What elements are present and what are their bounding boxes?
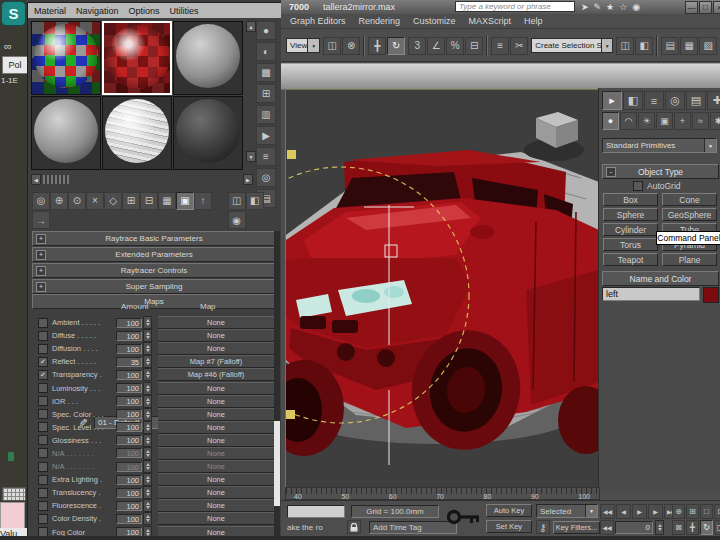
amount-spinner[interactable] bbox=[143, 512, 152, 525]
map-slot-button[interactable]: None bbox=[158, 460, 274, 473]
show-end-result-icon[interactable]: ▣ bbox=[176, 192, 194, 210]
search-go-icon[interactable]: ➤ bbox=[581, 2, 589, 12]
category-helpers[interactable]: + bbox=[674, 112, 691, 130]
expand-icon[interactable]: + bbox=[36, 282, 46, 292]
map-enable-checkbox[interactable]: ✓ bbox=[38, 357, 48, 367]
add-time-tag[interactable]: Add Time Tag bbox=[369, 521, 457, 534]
map-amount-field[interactable]: 100 bbox=[116, 488, 142, 498]
edit-named-selections-icon[interactable]: ≡ bbox=[491, 37, 509, 55]
zoom-all-icon[interactable]: ⊞ bbox=[686, 504, 699, 519]
reference-coordinate-dropdown[interactable]: View ▼ bbox=[286, 38, 320, 53]
map-amount-field[interactable]: 100 bbox=[116, 383, 142, 393]
map-amount-field[interactable]: 100 bbox=[116, 475, 142, 485]
map-slot-button[interactable]: None bbox=[158, 408, 274, 421]
go-to-parent-icon[interactable]: ↑ bbox=[194, 192, 212, 210]
map-enable-checkbox[interactable] bbox=[38, 435, 48, 445]
palette-drag-handle[interactable] bbox=[43, 175, 69, 184]
key-filters-button[interactable]: Key Filters... bbox=[553, 521, 600, 534]
map-amount-field[interactable]: 100 bbox=[116, 501, 142, 511]
map-enable-checkbox[interactable] bbox=[38, 448, 48, 458]
map-amount-field[interactable]: 100 bbox=[116, 435, 142, 445]
perspective-viewport[interactable] bbox=[285, 89, 600, 489]
map-slot-button[interactable]: None bbox=[158, 473, 274, 486]
amount-spinner[interactable] bbox=[143, 460, 152, 473]
key-mode-dropdown[interactable]: Selected ▼ bbox=[536, 504, 598, 518]
pink-swatch[interactable] bbox=[0, 502, 25, 529]
map-slot-button[interactable]: None bbox=[158, 499, 274, 512]
make-preview-icon[interactable]: ▶ bbox=[256, 126, 276, 145]
menu-utilities[interactable]: Utilities bbox=[170, 6, 199, 16]
expand-icon[interactable]: + bbox=[36, 234, 46, 244]
arc-rotate-icon[interactable]: ↻ bbox=[700, 520, 713, 535]
pick-material-from-object-icon[interactable]: ◫ bbox=[228, 192, 246, 210]
object-color-swatch[interactable] bbox=[703, 287, 719, 303]
pencil-icon[interactable]: ✎ bbox=[594, 2, 602, 12]
zoom-region-icon[interactable]: ⊠ bbox=[672, 520, 685, 535]
sample-uv-tiling-icon[interactable]: ⊞ bbox=[256, 84, 276, 103]
pan-icon[interactable]: ╋ bbox=[686, 520, 699, 535]
map-enable-checkbox[interactable] bbox=[38, 396, 48, 406]
background-app-logo-icon[interactable]: S bbox=[1, 1, 26, 26]
collapse-icon[interactable]: - bbox=[606, 167, 616, 177]
pol-button[interactable]: Pol bbox=[2, 56, 28, 74]
cylinder-button[interactable]: Cylinder bbox=[603, 223, 658, 236]
amount-spinner[interactable] bbox=[143, 329, 152, 342]
spinner-snap-icon[interactable]: ⊟ bbox=[465, 37, 483, 55]
percent-snap-icon[interactable]: % bbox=[446, 37, 464, 55]
help-icon[interactable]: ◉ bbox=[632, 2, 640, 12]
object-type-rollout[interactable]: - Object Type bbox=[602, 164, 719, 179]
material-slot-2[interactable] bbox=[102, 21, 172, 95]
select-and-link-icon[interactable]: ◫ bbox=[323, 37, 341, 55]
keyboard-icon[interactable] bbox=[2, 487, 26, 501]
selection-lock-icon[interactable] bbox=[347, 520, 361, 534]
amount-spinner[interactable] bbox=[143, 447, 152, 460]
menu-help[interactable]: Help bbox=[524, 16, 543, 26]
material-type-icon[interactable]: ◧ bbox=[246, 192, 264, 210]
map-amount-field[interactable]: 100 bbox=[116, 331, 142, 341]
category-shapes[interactable]: ◠ bbox=[620, 112, 637, 130]
map-amount-field[interactable]: 100 bbox=[116, 318, 142, 328]
map-slot-button[interactable]: Map #46 (Falloff) bbox=[158, 368, 274, 381]
menu-graph-editors[interactable]: Graph Editors bbox=[290, 16, 346, 26]
map-amount-field[interactable]: 100 bbox=[116, 396, 142, 406]
category-geometry[interactable]: ● bbox=[602, 112, 619, 130]
expand-icon[interactable]: + bbox=[36, 266, 46, 276]
amount-spinner[interactable] bbox=[143, 473, 152, 486]
map-slot-button[interactable]: None bbox=[158, 421, 274, 434]
material-slot-6[interactable] bbox=[173, 96, 243, 170]
map-enable-checkbox[interactable] bbox=[38, 344, 48, 354]
map-amount-field[interactable]: 100 bbox=[116, 514, 142, 524]
map-slot-button[interactable]: None bbox=[158, 447, 274, 460]
tab-display[interactable]: ▤ bbox=[686, 91, 706, 110]
tab-modify[interactable]: ◧ bbox=[623, 91, 643, 110]
map-enable-checkbox[interactable] bbox=[38, 462, 48, 472]
material-editor-scrollbar[interactable] bbox=[274, 231, 280, 539]
make-unique-icon[interactable]: ◇ bbox=[104, 192, 122, 210]
map-enable-checkbox[interactable] bbox=[38, 331, 48, 341]
angle-snap-icon[interactable]: ∠ bbox=[427, 37, 445, 55]
restore-button[interactable]: □ bbox=[699, 1, 712, 14]
map-slot-button[interactable]: None bbox=[158, 382, 274, 395]
maximize-viewport-toggle-icon[interactable]: ◨ bbox=[714, 520, 720, 535]
category-systems[interactable]: ✱ bbox=[710, 112, 720, 130]
material-slot-1[interactable] bbox=[31, 21, 101, 95]
named-selection-set-dropdown[interactable]: Create Selection Se ▼ bbox=[531, 38, 613, 53]
map-slot-button[interactable]: None bbox=[158, 434, 274, 447]
map-amount-field[interactable]: 100 bbox=[116, 462, 142, 472]
rollout-extended-parameters[interactable]: +Extended Parameters bbox=[32, 247, 276, 262]
current-frame-field[interactable]: 0 bbox=[615, 521, 653, 534]
close-button[interactable]: × bbox=[713, 1, 720, 14]
amount-spinner[interactable] bbox=[143, 421, 152, 434]
slot-prev-icon[interactable]: ◀ bbox=[31, 174, 41, 185]
show-map-in-viewport-icon[interactable]: ▦ bbox=[158, 192, 176, 210]
background-icon[interactable]: ▩ bbox=[256, 63, 276, 82]
zoom-icon[interactable]: ⊕ bbox=[672, 504, 685, 519]
box-button[interactable]: Box bbox=[603, 193, 658, 206]
get-material-icon[interactable]: ◎ bbox=[32, 192, 50, 210]
map-amount-field[interactable]: 100 bbox=[116, 422, 142, 432]
teapot-button[interactable]: Teapot bbox=[603, 253, 658, 266]
autogrid-checkbox[interactable] bbox=[633, 181, 643, 191]
unlink-selection-icon[interactable]: ⊗ bbox=[342, 37, 360, 55]
map-enable-checkbox[interactable] bbox=[38, 475, 48, 485]
assign-to-selection-icon[interactable]: ⊙ bbox=[68, 192, 86, 210]
